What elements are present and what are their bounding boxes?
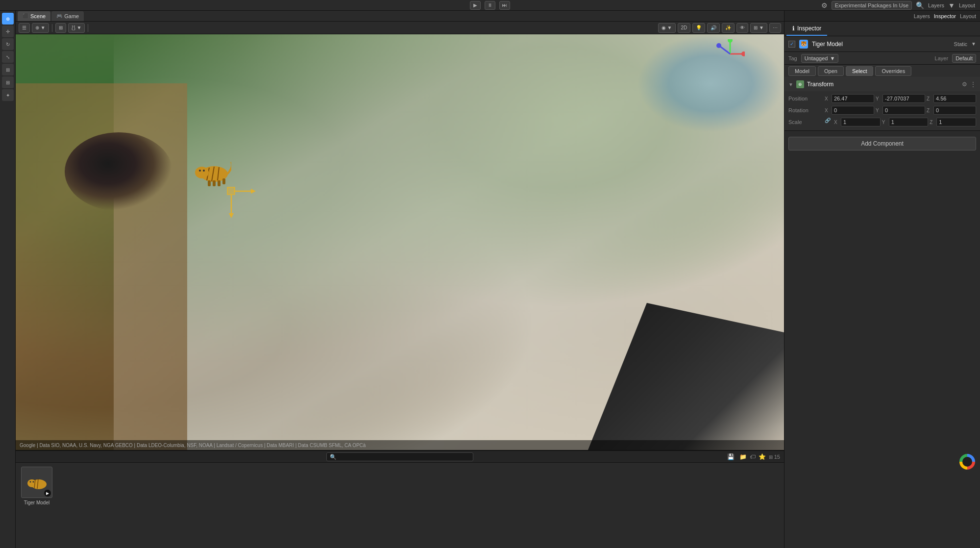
toolbar-audio-btn[interactable]: 🔊 <box>707 23 720 33</box>
add-component-label: Add Component <box>861 140 904 147</box>
static-label: Static <box>954 41 968 47</box>
move-tool[interactable]: ✛ <box>2 25 14 37</box>
component-more-icon[interactable]: ⋮ <box>970 81 976 88</box>
pause-button[interactable]: ⏸ <box>485 1 495 10</box>
transform-tool[interactable]: ⊞ <box>2 76 14 88</box>
svg-point-5 <box>199 170 201 172</box>
list-item[interactable]: ▶ Tiger Model <box>20 467 54 505</box>
toolbar-2d-btn[interactable]: 2D <box>678 23 691 33</box>
viewport[interactable]: Google | Data SIO, NOAA, U.S. Navy, NGA … <box>16 34 784 450</box>
tab-game[interactable]: 🎮 Game <box>51 11 84 21</box>
chevron-down-icon: ▼ <box>948 1 955 9</box>
rotation-x-input[interactable]: 0 <box>832 106 874 115</box>
object-type-icon: 🐯 <box>799 40 808 49</box>
transform-component: ▼ ⊕ Transform ⚙ ⋮ Position X 26.47 <box>784 77 980 131</box>
component-header[interactable]: ▼ ⊕ Transform ⚙ ⋮ <box>784 77 980 91</box>
search-input[interactable] <box>326 452 473 461</box>
inspector-tab[interactable]: Inspector <box>934 13 956 19</box>
toolbar-grid-btn[interactable]: ⊞ <box>55 23 66 33</box>
scale-link-icon[interactable]: 🔗 <box>825 118 833 126</box>
settings-icon[interactable]: ⚙ <box>821 1 828 9</box>
bottom-panel: 💾 📁 🏷 ⭐ ⊞ 15 <box>16 450 784 548</box>
search-bar-container <box>16 451 784 463</box>
tag-layer-row: Tag Untagged ▼ Layer Default <box>784 52 980 65</box>
rotation-z-axis: Z <box>927 108 932 113</box>
experimental-packages-dropdown[interactable]: Experimental Packages In Use <box>832 1 912 10</box>
scale-x-input[interactable]: 1 <box>841 118 881 126</box>
position-x-item: X 26.47 <box>825 94 874 103</box>
toolbar-separator-2 <box>88 24 88 32</box>
position-z-input[interactable]: 4.56 <box>933 94 976 103</box>
map-credit: Google | Data SIO, NOAA, U.S. Navy, NGA … <box>16 440 784 450</box>
toolbar-light-btn[interactable]: 💡 <box>692 23 705 33</box>
viewport-background <box>16 34 784 450</box>
rotation-y-axis: Y <box>876 108 882 113</box>
position-y-input[interactable]: -27.07037 <box>882 94 925 103</box>
select-button[interactable]: Select <box>846 66 874 76</box>
enabled-checkbox[interactable]: ✓ <box>788 41 795 48</box>
rotation-y-input[interactable]: 0 <box>882 106 925 115</box>
rotation-y-item: Y 0 <box>876 106 925 115</box>
scale-z-input[interactable]: 1 <box>936 118 976 126</box>
scene-orientation-gizmo[interactable] <box>715 39 745 70</box>
component-name: Transform <box>807 81 959 88</box>
toolbar-menu-btn[interactable]: ☰ <box>19 23 30 33</box>
toolbar-separator-1 <box>52 24 52 32</box>
rotation-z-input[interactable]: 0 <box>933 106 976 115</box>
svg-line-20 <box>720 47 730 54</box>
bottom-content: ▶ Tiger Model <box>16 463 784 509</box>
custom-tool[interactable]: ✦ <box>2 89 14 101</box>
model-button[interactable]: Model <box>788 66 816 76</box>
position-x-input[interactable]: 26.47 <box>832 94 874 103</box>
toolbar-more-btn[interactable]: ⋯ <box>769 23 781 33</box>
component-gear-icon[interactable]: ⚙ <box>962 81 967 88</box>
position-label: Position <box>788 96 823 101</box>
game-tab-icon: 🎮 <box>56 13 62 19</box>
select-tool[interactable]: ⊕ <box>2 13 14 25</box>
object-header: ✓ 🐯 Tiger Model Static ▼ <box>784 36 980 52</box>
layers-tab[interactable]: Layers <box>914 13 930 19</box>
toolbar-snap-btn[interactable]: ⟅⟆ ▼ <box>68 23 85 33</box>
tab-inspector[interactable]: ℹ Inspector <box>786 22 827 36</box>
play-button[interactable]: ▶ <box>470 1 481 10</box>
toolbar-add-btn[interactable]: ⊕ ▼ <box>32 23 49 33</box>
search-icon[interactable]: 🔍 <box>916 1 924 9</box>
toolbar-effects-btn[interactable]: ✨ <box>722 23 735 33</box>
toolbar-shading-btn[interactable]: ◉ ▼ <box>658 23 676 33</box>
scale-y-input[interactable]: 1 <box>889 118 929 126</box>
tag-arrow-icon: ▼ <box>830 55 835 61</box>
right-panel: Layers Inspector Layout ℹ Inspector ✓ 🐯 … <box>784 11 980 548</box>
static-dropdown-arrow[interactable]: ▼ <box>971 41 976 47</box>
step-button[interactable]: ⏭ <box>499 1 510 10</box>
add-component-button[interactable]: Add Component <box>788 137 976 150</box>
scale-z-axis: Z <box>930 120 935 125</box>
rotate-tool[interactable]: ↻ <box>2 38 14 50</box>
overrides-button[interactable]: Overrides <box>875 66 911 76</box>
scale-tool[interactable]: ⤡ <box>2 51 14 63</box>
rect-tool[interactable]: ⊞ <box>2 64 14 75</box>
scene-area: ⬛ Scene 🎮 Game ☰ ⊕ ▼ ⊞ ⟅⟆ ▼ ◉ ▼ 2D 💡 🔊 ✨… <box>16 11 784 548</box>
toolbar-overlay-btn[interactable]: ⊞ ▼ <box>750 23 767 33</box>
rotation-x-item: X 0 <box>825 106 874 115</box>
scale-z-item: Z 1 <box>930 118 976 126</box>
asset-label: Tiger Model <box>24 500 49 505</box>
transform-gizmo[interactable] <box>207 172 256 222</box>
scene-tab-icon: ⬛ <box>23 13 28 19</box>
layout-tab[interactable]: Layout <box>960 13 976 19</box>
layer-dropdown[interactable]: Default <box>952 54 976 63</box>
toolbar-hidden-btn[interactable]: 👁 <box>736 23 748 33</box>
object-name[interactable]: Tiger Model <box>812 41 950 48</box>
position-y-item: Y -27.07037 <box>876 94 925 103</box>
scene-crater <box>65 132 172 211</box>
layout-label[interactable]: Layout <box>959 2 975 8</box>
layers-label[interactable]: Layers <box>928 2 944 8</box>
tab-scene[interactable]: ⬛ Scene <box>18 11 50 21</box>
tag-dropdown[interactable]: Untagged ▼ <box>801 54 839 63</box>
rotation-x-axis: X <box>825 108 831 113</box>
collapse-icon: ▼ <box>788 82 793 87</box>
main-area: ⊕ ✛ ↻ ⤡ ⊞ ⊞ ✦ ⬛ Scene 🎮 Game ☰ ⊕ ▼ ⊞ ⟅⟆ … <box>0 11 980 548</box>
transform-fields: Position X 26.47 Y -27.07037 Z 4.56 <box>784 91 980 130</box>
open-button[interactable]: Open <box>818 66 844 76</box>
svg-point-26 <box>33 481 34 483</box>
svg-marker-13 <box>251 189 256 194</box>
